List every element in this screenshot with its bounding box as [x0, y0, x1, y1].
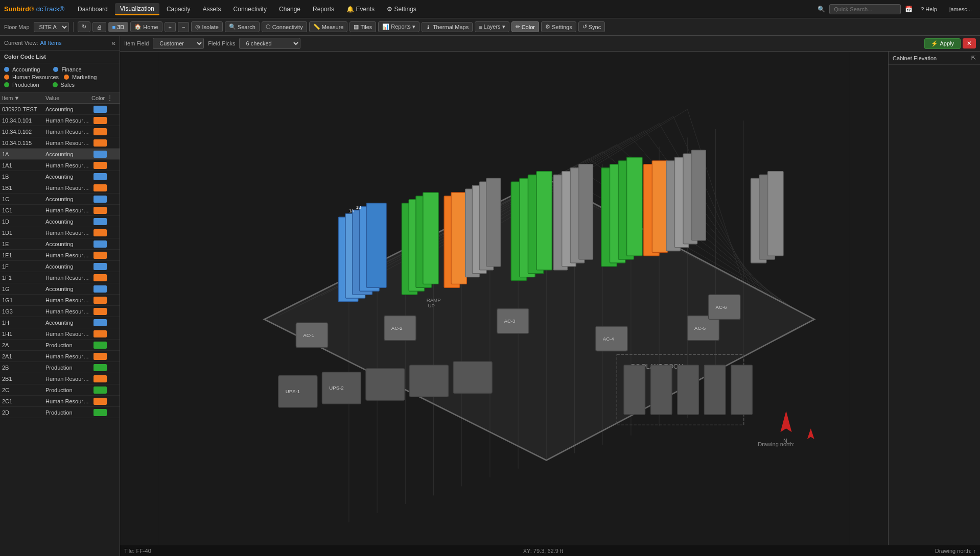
- home-button[interactable]: 🏠 Home: [130, 21, 162, 32]
- svg-rect-67: [768, 172, 783, 256]
- table-row[interactable]: 10.34.0.102 Human Resources: [0, 126, 120, 137]
- nav-visualization[interactable]: Visualization: [115, 3, 159, 15]
- table-row[interactable]: 1G3 Human Resources: [0, 306, 120, 317]
- production-label: Production: [12, 82, 39, 88]
- table-row[interactable]: 1G1 Human Resources: [0, 295, 120, 306]
- item-field-select[interactable]: Customer: [153, 38, 204, 49]
- nav-events[interactable]: 🔔 Events: [341, 4, 380, 15]
- nav-assets[interactable]: Assets: [198, 4, 226, 15]
- color-button[interactable]: ✏ Color: [511, 21, 539, 32]
- table-row[interactable]: 2B1 Human Resources: [0, 373, 120, 384]
- svg-rect-63: [704, 365, 725, 415]
- refresh-button[interactable]: ↻: [78, 21, 90, 32]
- table-row[interactable]: 1G Accounting: [0, 283, 120, 295]
- table-row[interactable]: 1H Accounting: [0, 317, 120, 328]
- thermal-maps-button[interactable]: 🌡 Thermal Maps: [422, 22, 473, 32]
- 3d-button[interactable]: ■ 3D: [108, 22, 129, 32]
- table-row[interactable]: 10.34.0.101 Human Resources: [0, 115, 120, 126]
- cell-color: [94, 229, 107, 236]
- table-row[interactable]: 1C Accounting: [0, 194, 120, 205]
- table-row[interactable]: 1B Accounting: [0, 171, 120, 182]
- table-row[interactable]: 1A1 Human Resources: [0, 160, 120, 171]
- layers-button[interactable]: ≡ Layers ▾: [475, 21, 509, 32]
- cell-value: Human Resources: [45, 117, 91, 124]
- top-navigation: Sunbird® dcTrack® Dashboard Visualizatio…: [0, 0, 980, 18]
- table-body: 030920-TEST Accounting 10.34.0.101 Human…: [0, 104, 120, 556]
- cell-color: [94, 162, 107, 169]
- site-select[interactable]: SITE A: [34, 22, 69, 32]
- cell-item: 1C1: [2, 207, 45, 213]
- collapse-panel-button[interactable]: «: [111, 39, 115, 47]
- zoom-out-icon: −: [182, 24, 185, 30]
- field-picks-select[interactable]: 6 checked: [239, 38, 300, 49]
- svg-rect-24: [536, 172, 552, 270]
- measure-button[interactable]: 📏 Measure: [309, 21, 348, 32]
- table-row[interactable]: 2D Production: [0, 407, 120, 418]
- cabinet-expand-button[interactable]: ⇱: [971, 55, 976, 61]
- nav-settings[interactable]: ⚙ Settings: [382, 4, 422, 15]
- field-picks-label: Field Picks: [208, 40, 235, 46]
- svg-rect-60: [624, 365, 645, 415]
- nav-connectivity[interactable]: Connectivity: [228, 4, 272, 15]
- table-row[interactable]: 10.34.0.115 Human Resources: [0, 137, 120, 149]
- current-view-value[interactable]: All Items: [40, 40, 61, 46]
- color-code-list-header: Color Code List: [0, 51, 120, 63]
- zoom-out-button[interactable]: −: [178, 22, 189, 32]
- help-button[interactable]: ? Help: [917, 5, 941, 14]
- svg-text:AC-1: AC-1: [303, 332, 314, 338]
- column-more-button[interactable]: ⋮: [107, 94, 115, 102]
- table-row[interactable]: 2B Production: [0, 362, 120, 373]
- column-header-value[interactable]: Value: [45, 95, 91, 101]
- table-row[interactable]: 1E1 Human Resources: [0, 250, 120, 261]
- svg-text:UPS-1: UPS-1: [286, 389, 300, 394]
- hr-dot: [4, 75, 9, 80]
- table-row[interactable]: 2A1 Human Resources: [0, 351, 120, 362]
- settings-btn[interactable]: ⚙ Settings: [541, 21, 576, 32]
- table-row[interactable]: 1D1 Human Resources: [0, 227, 120, 238]
- nav-reports[interactable]: Reports: [308, 4, 339, 15]
- table-row[interactable]: 030920-TEST Accounting: [0, 104, 120, 115]
- table-row[interactable]: 1D Accounting: [0, 216, 120, 227]
- finance-dot: [53, 67, 58, 72]
- svg-text:1B: 1B: [356, 205, 362, 210]
- cell-item: 2B: [2, 365, 45, 371]
- table-row[interactable]: 2C1 Human Resources: [0, 396, 120, 407]
- floor-canvas[interactable]: 1A 1B: [120, 52, 888, 545]
- refresh-icon: ↻: [82, 23, 86, 30]
- column-header-color[interactable]: Color: [91, 95, 107, 101]
- nav-change[interactable]: Change: [274, 4, 306, 15]
- user-menu[interactable]: jamesc...: [945, 5, 976, 14]
- table-row[interactable]: 1A Accounting: [0, 149, 120, 160]
- zoom-in-button[interactable]: +: [165, 22, 176, 32]
- svg-rect-55: [366, 369, 405, 400]
- isolate-button[interactable]: ◎ Isolate: [191, 21, 222, 32]
- table-row[interactable]: 2C Production: [0, 384, 120, 396]
- table-row[interactable]: 1E Accounting: [0, 238, 120, 250]
- table-row[interactable]: 1C1 Human Resources: [0, 205, 120, 216]
- table-row[interactable]: 1F Accounting: [0, 261, 120, 272]
- sync-button[interactable]: ↺ Sync: [578, 21, 605, 32]
- close-filter-button[interactable]: ✕: [963, 38, 976, 49]
- cell-value: Production: [45, 387, 91, 393]
- cell-item: 2A: [2, 342, 45, 348]
- quick-search-input[interactable]: [829, 4, 901, 14]
- column-header-item[interactable]: Item ▼: [2, 95, 45, 101]
- table-row[interactable]: 1F1 Human Resources: [0, 272, 120, 283]
- table-row[interactable]: 1H1 Human Resources: [0, 328, 120, 340]
- item-field-label: Item Field: [124, 40, 149, 46]
- print-button[interactable]: 🖨: [92, 22, 106, 32]
- table-row[interactable]: 2A Production: [0, 340, 120, 351]
- reports-button[interactable]: 📊 Reports ▾: [378, 21, 419, 32]
- table-row[interactable]: 1B1 Human Resources: [0, 182, 120, 194]
- cell-color: [94, 330, 107, 337]
- search-button[interactable]: 🔍 Search: [225, 21, 260, 32]
- nav-capacity[interactable]: Capacity: [161, 4, 196, 15]
- nav-dashboard[interactable]: Dashboard: [73, 4, 113, 15]
- connectivity-button[interactable]: ⬡ Connectivity: [262, 21, 307, 32]
- calendar-icon[interactable]: 📅: [905, 6, 913, 13]
- svg-rect-57: [453, 361, 492, 393]
- tiles-button[interactable]: ▦ Tiles: [349, 21, 376, 32]
- cell-value: Production: [45, 342, 91, 348]
- cell-value: Human Resources: [45, 376, 91, 382]
- apply-button[interactable]: ⚡ Apply: [924, 38, 961, 49]
